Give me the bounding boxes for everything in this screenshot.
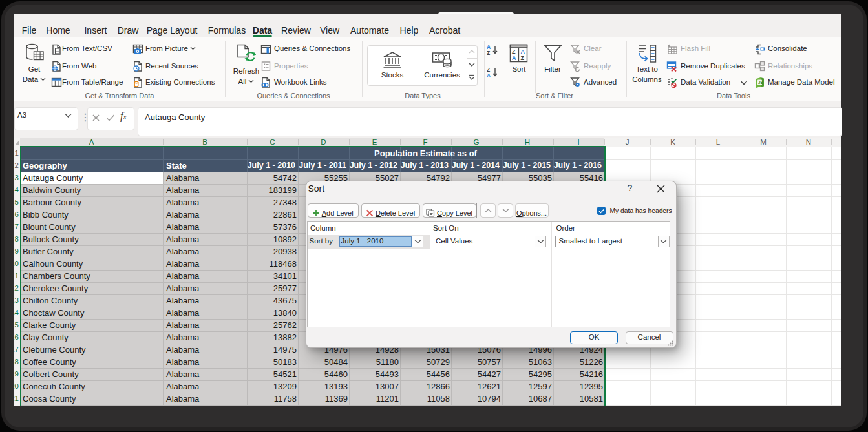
svg-text:Z: Z	[521, 55, 525, 61]
svg-text:A: A	[487, 72, 491, 78]
svg-text:Z: Z	[512, 48, 516, 55]
svg-text:Z: Z	[487, 50, 490, 56]
svg-text:J3: J3	[758, 80, 763, 85]
svg-text:A: A	[512, 55, 516, 61]
svg-text:A: A	[521, 48, 525, 55]
